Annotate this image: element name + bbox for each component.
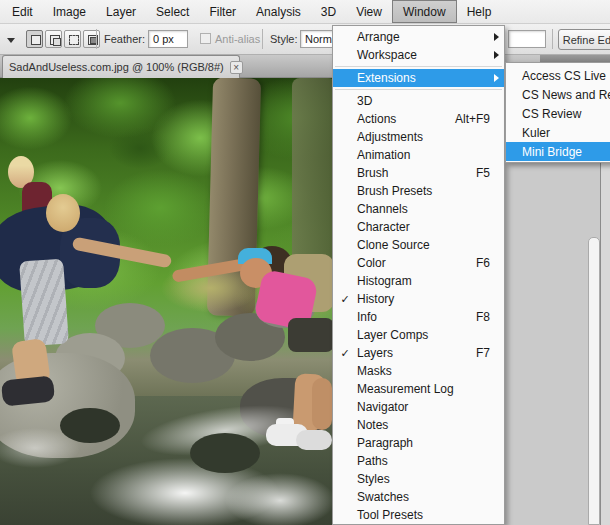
menu-separator — [335, 89, 502, 90]
selection-mode-group — [26, 30, 100, 48]
menu-item-layers[interactable]: ✓LayersF7 — [333, 344, 504, 362]
menu-item-tool-presets[interactable]: Tool Presets — [333, 506, 504, 524]
submenu-item-kuler[interactable]: Kuler — [506, 123, 610, 142]
menu-edit[interactable]: Edit — [2, 0, 43, 23]
menu-item-masks[interactable]: Masks — [333, 362, 504, 380]
menu-item-info[interactable]: InfoF8 — [333, 308, 504, 326]
subtract-from-selection-icon[interactable] — [64, 30, 81, 48]
divider — [600, 160, 601, 525]
menu-item-paragraph[interactable]: Paragraph — [333, 434, 504, 452]
divider — [552, 29, 553, 49]
menu-item-clone-source[interactable]: Clone Source — [333, 236, 504, 254]
menu-item-swatches[interactable]: Swatches — [333, 488, 504, 506]
menu-view[interactable]: View — [346, 0, 392, 23]
menu-item-color[interactable]: ColorF6 — [333, 254, 504, 272]
submenu-item-cs-review[interactable]: CS Review — [506, 104, 610, 123]
refine-edge-button[interactable]: Refine Edge — [558, 29, 610, 50]
menu-image[interactable]: Image — [43, 0, 96, 23]
photo-stone — [190, 433, 260, 473]
menu-item-history[interactable]: ✓History — [333, 290, 504, 308]
menu-item-paths[interactable]: Paths — [333, 452, 504, 470]
divider — [96, 29, 97, 49]
submenu-arrow-icon — [494, 33, 499, 41]
photo-man-shorts — [19, 259, 69, 347]
menu-item-actions[interactable]: ActionsAlt+F9 — [333, 110, 504, 128]
menu-item-workspace[interactable]: Workspace — [333, 46, 504, 64]
document-title: SadAndUseless.com.jpg @ 100% (RGB/8#) — [9, 61, 224, 73]
menu-item-extensions[interactable]: Extensions — [333, 69, 504, 87]
menu-item-animation[interactable]: Animation — [333, 146, 504, 164]
menu-item-styles[interactable]: Styles — [333, 470, 504, 488]
submenu-item-mini-bridge[interactable]: Mini Bridge — [506, 142, 610, 161]
antialias-label: Anti-alias — [215, 33, 260, 45]
window-menu-dropdown: Arrange Workspace Extensions 3D ActionsA… — [332, 25, 505, 525]
photo-stone — [60, 408, 120, 443]
menu-analysis[interactable]: Analysis — [246, 0, 311, 23]
submenu-arrow-icon — [494, 74, 499, 82]
submenu-item-cs-news[interactable]: CS News and Reso — [506, 85, 610, 104]
photo-man-head — [46, 194, 80, 232]
close-icon[interactable]: × — [230, 61, 243, 74]
checkmark-icon: ✓ — [333, 347, 357, 360]
feather-label: Feather: — [104, 33, 145, 45]
divider — [262, 29, 263, 49]
antialias-checkbox[interactable] — [200, 33, 211, 44]
menu-separator — [335, 66, 502, 67]
intersect-selection-icon[interactable] — [83, 30, 100, 48]
checkmark-icon: ✓ — [333, 293, 357, 306]
tool-preset-arrow-icon[interactable] — [7, 38, 15, 43]
add-to-selection-icon[interactable] — [45, 30, 62, 48]
menu-item-character[interactable]: Character — [333, 218, 504, 236]
feather-input[interactable]: 0 px — [148, 30, 188, 48]
options-bar: Feather: 0 px Anti-alias Style: Normal R… — [0, 24, 610, 55]
style-label: Style: — [270, 33, 298, 45]
scrollbar-track[interactable] — [601, 160, 610, 525]
menu-item-measurement-log[interactable]: Measurement Log — [333, 380, 504, 398]
photo-tree-trunk-right — [292, 78, 332, 268]
menu-item-notes[interactable]: Notes — [333, 416, 504, 434]
menu-window[interactable]: Window — [392, 0, 457, 23]
menu-item-channels[interactable]: Channels — [333, 200, 504, 218]
menu-item-navigator[interactable]: Navigator — [333, 398, 504, 416]
menu-filter[interactable]: Filter — [199, 0, 246, 23]
document-canvas-photo[interactable] — [0, 78, 332, 525]
photo-woman-shorts — [288, 318, 332, 352]
extensions-submenu: Access CS Live CS News and Reso CS Revie… — [505, 62, 610, 163]
scrollbar-thumb[interactable] — [588, 237, 600, 525]
menu-item-histogram[interactable]: Histogram — [333, 272, 504, 290]
photoshop-window: Edit Image Layer Select Filter Analysis … — [0, 0, 610, 525]
photo-woman-sneaker — [296, 430, 332, 450]
new-selection-icon[interactable] — [26, 30, 43, 48]
menu-item-3d[interactable]: 3D — [333, 92, 504, 110]
canvas-background — [505, 160, 610, 525]
menu-help[interactable]: Help — [457, 0, 502, 23]
menu-bar: Edit Image Layer Select Filter Analysis … — [0, 0, 610, 24]
menu-item-brush-presets[interactable]: Brush Presets — [333, 182, 504, 200]
photo-woman-leg — [312, 378, 332, 430]
menu-item-arrange[interactable]: Arrange — [333, 28, 504, 46]
menu-item-adjustments[interactable]: Adjustments — [333, 128, 504, 146]
width-field[interactable] — [508, 30, 546, 48]
menu-item-brush[interactable]: BrushF5 — [333, 164, 504, 182]
submenu-arrow-icon — [494, 51, 499, 59]
menu-3d[interactable]: 3D — [311, 0, 346, 23]
menu-select[interactable]: Select — [146, 0, 199, 23]
menu-item-layer-comps[interactable]: Layer Comps — [333, 326, 504, 344]
photo-whitewater — [225, 473, 332, 525]
document-tab[interactable]: SadAndUseless.com.jpg @ 100% (RGB/8#) × — [2, 55, 240, 78]
menu-layer[interactable]: Layer — [96, 0, 146, 23]
submenu-item-access-cs-live[interactable]: Access CS Live — [506, 66, 610, 85]
